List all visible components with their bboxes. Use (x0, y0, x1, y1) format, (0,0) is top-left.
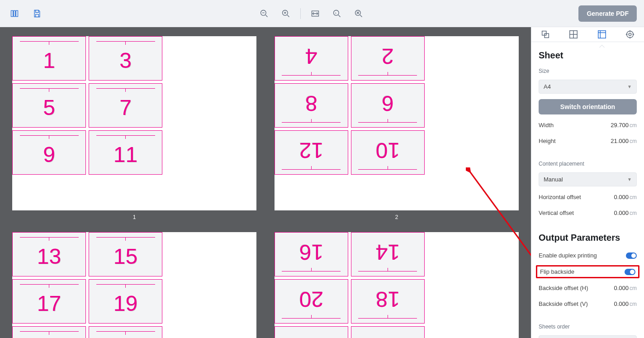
card-number: 24 (299, 335, 323, 338)
svg-point-11 (627, 31, 634, 38)
chevron-down-icon: ▼ (627, 177, 632, 182)
card-tick (125, 88, 126, 92)
size-label: Size (539, 68, 637, 74)
boff-v-value: 0.000 (614, 300, 629, 307)
chevron-down-icon: ▼ (627, 84, 632, 89)
card-number: 9 (43, 144, 55, 166)
card[interactable]: 20 (275, 279, 348, 324)
switch-orientation-button[interactable]: Switch orientation (539, 99, 637, 114)
card[interactable]: 7 (89, 83, 162, 128)
card-tick (388, 72, 388, 76)
sheet[interactable]: 131517192123 (12, 232, 256, 338)
flip-backside-highlight: Flip backside (536, 265, 639, 278)
sheet[interactable]: 222418201416 (275, 232, 519, 338)
card[interactable]: 16 (275, 232, 348, 276)
sheet[interactable]: 10126824 (275, 36, 519, 210)
card-tick (311, 268, 312, 271)
fit-width-icon[interactable] (308, 6, 322, 21)
card[interactable]: 1 (12, 36, 86, 81)
card[interactable]: 11 (89, 130, 162, 175)
section-sheet-title: Sheet (539, 50, 637, 61)
tab-sheet-icon[interactable] (595, 27, 609, 42)
card[interactable]: 21 (12, 326, 86, 338)
card-tick (388, 166, 388, 170)
content-placement-label: Content placement (539, 161, 637, 167)
sheet-label: 1 (133, 214, 136, 220)
sheet[interactable]: 1357911 (12, 36, 256, 210)
width-label: Width (539, 122, 554, 129)
card[interactable]: 19 (89, 279, 162, 324)
zoom-out-icon[interactable] (257, 6, 271, 21)
card[interactable]: 9 (12, 130, 86, 175)
svg-rect-7 (542, 31, 546, 35)
card-number: 19 (114, 293, 137, 314)
card[interactable]: 5 (12, 83, 86, 128)
tab-layers-icon[interactable] (538, 27, 553, 42)
boff-v-label: Backside offset (V) (539, 300, 588, 307)
card-tick (125, 135, 126, 139)
card-tick (125, 237, 126, 241)
save-icon[interactable] (30, 6, 44, 21)
duplex-label: Enable duplex printing (539, 252, 597, 259)
card-number: 4 (305, 45, 317, 67)
card-tick (388, 315, 388, 319)
card-number: 11 (114, 144, 137, 166)
card-number: 15 (114, 246, 137, 267)
flip-backside-label: Flip backside (540, 268, 574, 275)
card-tick (311, 72, 312, 76)
sheets-order-select[interactable]: Default▼ (539, 335, 637, 338)
card-tick (49, 135, 49, 139)
duplex-toggle[interactable] (626, 252, 637, 259)
card[interactable]: 10 (351, 130, 425, 175)
section-output-title: Output Parameters (539, 233, 637, 243)
card[interactable]: 17 (12, 279, 86, 324)
card[interactable]: 8 (275, 83, 348, 128)
sheets-order-label: Sheets order (539, 324, 637, 330)
card-tick (49, 41, 49, 45)
flip-backside-toggle[interactable] (625, 269, 635, 275)
card[interactable]: 24 (275, 326, 348, 338)
tab-registration-icon[interactable] (623, 27, 637, 42)
height-label: Height (539, 138, 556, 144)
card-number: 13 (37, 246, 61, 267)
svg-point-12 (629, 33, 631, 36)
layout-columns-icon[interactable] (7, 6, 22, 21)
height-value: 21.000 (611, 138, 629, 144)
zoom-reset-icon[interactable] (351, 6, 366, 21)
card[interactable]: 2 (351, 36, 425, 81)
card[interactable]: 12 (275, 130, 348, 175)
card[interactable]: 4 (275, 36, 348, 81)
card-tick (388, 268, 388, 271)
voffset-value: 0.000 (614, 209, 629, 216)
svg-rect-8 (545, 33, 549, 38)
card-tick (125, 331, 126, 335)
card-tick (311, 315, 312, 319)
zoom-actual-icon[interactable]: 1 (330, 6, 344, 21)
card-number: 20 (299, 288, 323, 310)
card[interactable]: 3 (89, 36, 162, 81)
card[interactable]: 13 (12, 232, 86, 276)
card-tick (125, 284, 126, 288)
generate-pdf-button[interactable]: Generate PDF (578, 5, 637, 22)
card[interactable]: 18 (351, 279, 425, 324)
top-toolbar: 1 Generate PDF (0, 0, 644, 27)
card-tick (311, 166, 312, 170)
tab-grid-icon[interactable] (566, 27, 581, 42)
card[interactable]: 6 (351, 83, 425, 128)
card[interactable]: 14 (351, 232, 425, 276)
width-value: 29.700 (611, 122, 629, 129)
boff-h-label: Backside offset (H) (539, 285, 588, 291)
hoffset-value: 0.000 (614, 194, 629, 200)
card[interactable]: 22 (351, 326, 425, 338)
canvas-area[interactable]: 1357911110126824213151719212322241820141… (0, 27, 531, 338)
card-tick (388, 119, 388, 123)
card[interactable]: 15 (89, 232, 162, 276)
content-placement-select[interactable]: Manual▼ (539, 172, 637, 186)
card-tick (125, 41, 126, 45)
card[interactable]: 23 (89, 326, 162, 338)
sheet-unit: 101268242 (271, 36, 522, 220)
card-tick (49, 284, 49, 288)
size-select[interactable]: A4▼ (539, 80, 637, 94)
zoom-in-icon[interactable] (279, 6, 293, 21)
card-number: 7 (119, 97, 132, 119)
